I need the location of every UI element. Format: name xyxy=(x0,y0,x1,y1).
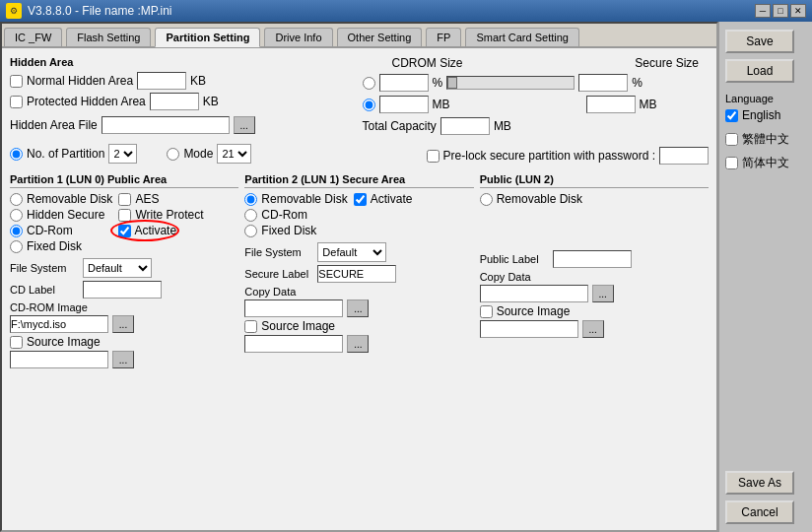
p1-aes-checkbox[interactable] xyxy=(118,193,131,206)
pre-lock-row: Pre-lock secure partition with password … xyxy=(427,147,709,165)
tab-bar: IC _FW Flash Setting Partition Setting D… xyxy=(2,24,716,48)
p1-source-image-checkbox[interactable] xyxy=(10,336,23,349)
traditional-chinese-label: 繁體中文 xyxy=(742,131,789,148)
minimize-button[interactable]: ─ xyxy=(755,4,771,18)
cdrom-slider[interactable] xyxy=(446,76,575,90)
main-panel: IC _FW Flash Setting Partition Setting D… xyxy=(0,22,718,532)
p1-source-browse[interactable]: ... xyxy=(112,351,134,368)
p1-fixed-disk-radio[interactable] xyxy=(10,240,23,253)
total-capacity-input[interactable] xyxy=(440,117,490,135)
tab-smart-card[interactable]: Smart Card Setting xyxy=(465,28,579,46)
cdrom-percent-radio[interactable] xyxy=(363,77,375,90)
p2-removable-disk-radio[interactable] xyxy=(244,193,257,206)
lun2-copy-data-label: Copy Data xyxy=(480,271,709,283)
load-button[interactable]: Load xyxy=(725,59,794,83)
p2-source-browse[interactable]: ... xyxy=(347,335,369,353)
secure-mb-input[interactable] xyxy=(586,96,636,113)
p2-copy-data-browse[interactable]: ... xyxy=(347,299,369,317)
p1-source-image-input[interactable] xyxy=(10,351,108,368)
english-checkbox[interactable] xyxy=(725,109,738,122)
p1-fs-select[interactable]: Default xyxy=(83,258,152,278)
cdrom-percent-input[interactable] xyxy=(379,74,429,92)
tab-partition-setting[interactable]: Partition Setting xyxy=(155,28,260,47)
lun2-copy-data-browse[interactable]: ... xyxy=(592,285,614,302)
title-bar: ⚙ V3.8.8.0 - File name :MP.ini ─ □ ✕ xyxy=(0,0,812,22)
lun2-public-label-input[interactable] xyxy=(553,250,632,268)
cdrom-mb-radio[interactable] xyxy=(363,99,375,111)
cancel-button[interactable]: Cancel xyxy=(725,500,794,524)
p1-cd-label-input[interactable] xyxy=(83,281,162,299)
p2-cd-rom-radio[interactable] xyxy=(244,209,257,222)
p2-copy-data-label: Copy Data xyxy=(244,286,473,298)
lun2-source-browse[interactable]: ... xyxy=(582,320,604,338)
mode-radio[interactable] xyxy=(167,148,179,161)
traditional-chinese-checkbox[interactable] xyxy=(725,133,738,146)
cdrom-section: CDROM Size Secure Size % % xyxy=(363,56,710,138)
simplified-chinese-checkbox[interactable] xyxy=(725,157,738,169)
p2-fixed-disk-label: Fixed Disk xyxy=(261,224,316,237)
pre-lock-password-input[interactable] xyxy=(659,147,709,165)
p1-activate-label: Activate xyxy=(134,224,176,237)
p1-cd-rom-image-input[interactable] xyxy=(10,315,108,333)
p2-activate-checkbox[interactable] xyxy=(354,193,367,206)
secure-size-label: Secure Size xyxy=(635,56,699,70)
p1-cd-rom-radio[interactable] xyxy=(10,225,23,237)
close-button[interactable]: ✕ xyxy=(790,4,806,18)
p2-secure-label-label: Secure Label xyxy=(244,268,313,280)
mb-label-2: MB xyxy=(640,98,657,111)
protected-hidden-area-label: Protected Hidden Area xyxy=(27,95,146,108)
lun2-copy-data-input[interactable] xyxy=(480,285,588,302)
tab-fp[interactable]: FP xyxy=(426,28,461,46)
p2-source-image-checkbox[interactable] xyxy=(244,320,257,333)
app-icon: ⚙ xyxy=(6,3,22,19)
mode-select[interactable]: 21 xyxy=(217,144,251,164)
normal-hidden-area-label: Normal Hidden Area xyxy=(27,74,133,88)
tab-other-setting[interactable]: Other Setting xyxy=(337,28,423,46)
p2-secure-label-input[interactable] xyxy=(317,265,396,283)
language-section: Language English 繁體中文 简体中文 xyxy=(725,93,806,174)
p1-write-protect-checkbox[interactable] xyxy=(118,209,131,222)
lun2-removable-disk-radio[interactable] xyxy=(480,193,493,206)
mode-label: Mode xyxy=(183,147,213,161)
p1-activate-checkbox[interactable] xyxy=(118,225,131,237)
no-of-partition-radio[interactable] xyxy=(10,148,23,161)
p2-copy-data-input[interactable] xyxy=(244,299,343,317)
p1-source-image-label: Source Image xyxy=(27,335,101,349)
protected-hidden-area-checkbox[interactable] xyxy=(10,96,23,108)
hidden-area-file-label: Hidden Area File xyxy=(10,118,98,132)
p2-fs-select[interactable]: Default xyxy=(317,242,386,262)
cdrom-mb-input[interactable] xyxy=(379,96,429,113)
p2-source-image-label: Source Image xyxy=(261,319,335,333)
p1-hidden-secure-radio[interactable] xyxy=(10,209,23,222)
p1-fixed-disk-label: Fixed Disk xyxy=(27,239,82,253)
percent-label-2: % xyxy=(632,76,643,90)
normal-hidden-area-checkbox[interactable] xyxy=(10,75,23,88)
p2-source-image-input[interactable] xyxy=(244,335,343,353)
public-lun2-section: Public (LUN 2) Removable Disk Public Lab… xyxy=(480,173,709,370)
tab-drive-info[interactable]: Drive Info xyxy=(264,28,332,46)
tab-flash-setting[interactable]: Flash Setting xyxy=(66,28,151,46)
partition1-section: Partition 1 (LUN 0) Public Area Removabl… xyxy=(10,173,238,370)
normal-hidden-area-input[interactable] xyxy=(137,72,186,90)
partition-count-select[interactable]: 213 xyxy=(108,144,137,164)
maximize-button[interactable]: □ xyxy=(773,4,788,18)
p2-fixed-disk-radio[interactable] xyxy=(244,225,257,237)
no-of-partition-label: No. of Partition xyxy=(27,147,104,161)
pre-lock-checkbox[interactable] xyxy=(427,150,440,163)
save-as-button[interactable]: Save As xyxy=(725,471,794,495)
protected-hidden-area-input[interactable] xyxy=(150,93,199,110)
pre-lock-label: Pre-lock secure partition with password … xyxy=(443,149,655,163)
partition2-title: Partition 2 (LUN 1) Secure Area xyxy=(244,173,473,188)
save-button[interactable]: Save xyxy=(725,30,794,53)
hidden-area-file-browse[interactable]: ... xyxy=(234,116,255,134)
tab-ic-fw[interactable]: IC _FW xyxy=(4,28,62,46)
lun2-source-image-input[interactable] xyxy=(480,320,578,338)
p1-cd-rom-browse[interactable]: ... xyxy=(112,315,134,333)
total-mb-label: MB xyxy=(494,119,511,133)
secure-percent-input[interactable] xyxy=(578,74,628,92)
p1-removable-disk-radio[interactable] xyxy=(10,193,23,206)
p2-fs-label: File System xyxy=(244,246,313,258)
hidden-area-file-input[interactable] xyxy=(102,116,230,134)
lun2-source-image-checkbox[interactable] xyxy=(480,305,493,318)
lun2-public-label-label: Public Label xyxy=(480,253,549,265)
